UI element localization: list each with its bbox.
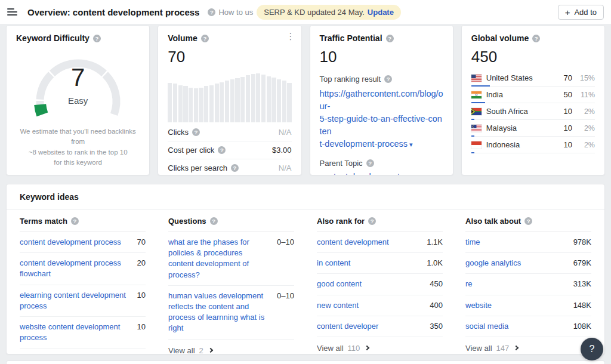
- help-icon[interactable]: ?: [524, 217, 532, 225]
- keyword-link[interactable]: website: [465, 300, 492, 311]
- country-row: South Africa102%: [471, 103, 595, 120]
- keyword-ideas-columns: Terms match?content development process7…: [7, 209, 604, 354]
- help-icon[interactable]: ?: [368, 217, 376, 225]
- stat-value: N/A: [279, 128, 292, 137]
- chevron-right-icon: [208, 348, 213, 353]
- help-icon[interactable]: ?: [366, 159, 374, 167]
- metric-cards-row: Keyword Difficulty ? 7 Easy We estimate …: [6, 25, 605, 175]
- kd-value: 7: [18, 63, 138, 92]
- country-row: India5011%: [471, 87, 595, 103]
- how-to-use-link[interactable]: ? How to us: [208, 8, 253, 17]
- help-icon[interactable]: ?: [192, 128, 200, 136]
- keyword-volume: 1.1K: [419, 237, 443, 248]
- keyword-link[interactable]: content development: [317, 237, 389, 248]
- keyword-ideas-panel: Keyword ideas Terms match?content develo…: [6, 184, 605, 354]
- help-icon[interactable]: ?: [384, 75, 392, 83]
- keyword-row: what are the phases for policies & proce…: [168, 232, 294, 286]
- help-icon[interactable]: ?: [386, 35, 394, 42]
- country-percent: 2%: [577, 124, 595, 132]
- keyword-volume: 679K: [566, 258, 591, 269]
- help-icon[interactable]: ?: [532, 35, 540, 42]
- keyword-ideas-title: Keyword ideas: [7, 184, 604, 209]
- keyword-row: time978K: [465, 232, 591, 253]
- update-link[interactable]: Update: [368, 8, 394, 17]
- keyword-volume: 978K: [566, 237, 591, 248]
- traffic-potential-value: 10: [320, 48, 443, 66]
- keyword-link[interactable]: content developer: [317, 321, 378, 332]
- kebab-menu-icon[interactable]: ⋮: [286, 32, 295, 41]
- keyword-row: website content development process10: [20, 317, 146, 348]
- country-volume: 10: [564, 107, 572, 116]
- column-header-label: Also rank for: [317, 217, 365, 226]
- add-to-label: Add to: [574, 8, 597, 17]
- volume-trend-bar: [209, 85, 214, 122]
- keyword-row: training content development process10: [20, 348, 146, 354]
- view-all-link[interactable]: View all147: [465, 337, 591, 354]
- top-ranking-url[interactable]: https://gathercontent.com/blog/our- 5-st…: [320, 89, 443, 149]
- serp-update-text: SERP & KD updated 24 May.: [264, 8, 365, 17]
- keyword-link[interactable]: social media: [465, 321, 508, 332]
- volume-trend-bar: [199, 88, 203, 122]
- keyword-link[interactable]: content development process: [20, 237, 121, 248]
- keyword-link[interactable]: time: [465, 237, 480, 248]
- volume-trend-bar: [220, 82, 224, 122]
- country-volume: 10: [564, 140, 572, 149]
- topbar: Overview: content development process ? …: [0, 0, 611, 24]
- help-fab-button[interactable]: ?: [581, 338, 603, 360]
- keyword-difficulty-card: Keyword Difficulty ? 7 Easy We estimate …: [6, 25, 150, 175]
- volume-trend-bar: [267, 76, 271, 122]
- keyword-link[interactable]: elearning content development process: [20, 290, 130, 311]
- keyword-volume: 450: [422, 279, 443, 289]
- country-percent: 15%: [577, 74, 595, 82]
- help-icon[interactable]: ?: [231, 164, 239, 172]
- parent-topic-link[interactable]: content development process: [320, 172, 443, 175]
- add-to-button[interactable]: + Add to: [558, 5, 604, 20]
- keyword-row: social media108K: [465, 316, 591, 337]
- top-ranking-result-link[interactable]: https://gathercontent.com/blog/our- 5-st…: [320, 88, 443, 150]
- keyword-link[interactable]: google analytics: [465, 258, 521, 269]
- help-icon[interactable]: ?: [218, 146, 226, 154]
- keyword-ideas-column: Also rank for?content development1.1Kin …: [317, 209, 443, 354]
- keyword-link[interactable]: what are the phases for policies & proce…: [168, 237, 270, 280]
- view-all-count: 147: [496, 344, 510, 353]
- keyword-link[interactable]: in content: [317, 258, 350, 269]
- help-icon[interactable]: ?: [201, 35, 209, 42]
- view-all-count: 110: [348, 344, 360, 353]
- keyword-link[interactable]: website content development process: [20, 322, 130, 343]
- volume-title: Volume ?: [168, 33, 291, 43]
- stat-label: Clicks: [168, 128, 189, 137]
- caret-down-icon: ▾: [409, 141, 413, 148]
- country-share-bar: [471, 152, 474, 153]
- kd-note: We estimate that you'll need backlinks f…: [16, 127, 140, 168]
- help-icon[interactable]: ?: [93, 35, 101, 42]
- volume-stat-row: Clicks per search?N/A: [168, 159, 291, 175]
- keyword-link[interactable]: training content development process: [20, 353, 130, 354]
- keyword-row: google analytics679K: [465, 253, 591, 274]
- volume-trend-bar: [251, 74, 255, 122]
- country-row-main: United States7015%: [471, 73, 595, 82]
- kd-difficulty-label: Easy: [18, 95, 138, 106]
- help-icon[interactable]: ?: [71, 217, 79, 225]
- country-volume: 10: [564, 124, 572, 132]
- volume-trend-bar: [256, 73, 260, 122]
- volume-label: Volume: [168, 33, 198, 43]
- help-icon[interactable]: ?: [210, 217, 218, 225]
- ahrefs-keyword-overview-page: Overview: content development process ? …: [0, 0, 611, 364]
- country-row: United States7015%: [471, 70, 595, 87]
- volume-trend-bar: [230, 79, 234, 122]
- country-percent: 2%: [577, 107, 595, 116]
- stat-label: Clicks per search: [168, 164, 227, 172]
- my-flag-icon: [471, 125, 482, 132]
- volume-trend-bar: [277, 79, 281, 122]
- keyword-link[interactable]: content development process flowchart: [20, 258, 130, 279]
- view-all-label: View all: [317, 344, 344, 353]
- keyword-link[interactable]: re: [465, 279, 473, 289]
- keyword-row: re313K: [465, 274, 591, 295]
- menu-icon[interactable]: [7, 8, 18, 16]
- keyword-link[interactable]: good content: [317, 279, 362, 289]
- keyword-link[interactable]: human values development reflects the co…: [168, 291, 270, 334]
- view-all-link[interactable]: View all2: [168, 340, 294, 355]
- view-all-link[interactable]: View all110: [317, 337, 443, 354]
- keyword-link[interactable]: new content: [317, 300, 359, 311]
- help-icon: ?: [208, 8, 215, 16]
